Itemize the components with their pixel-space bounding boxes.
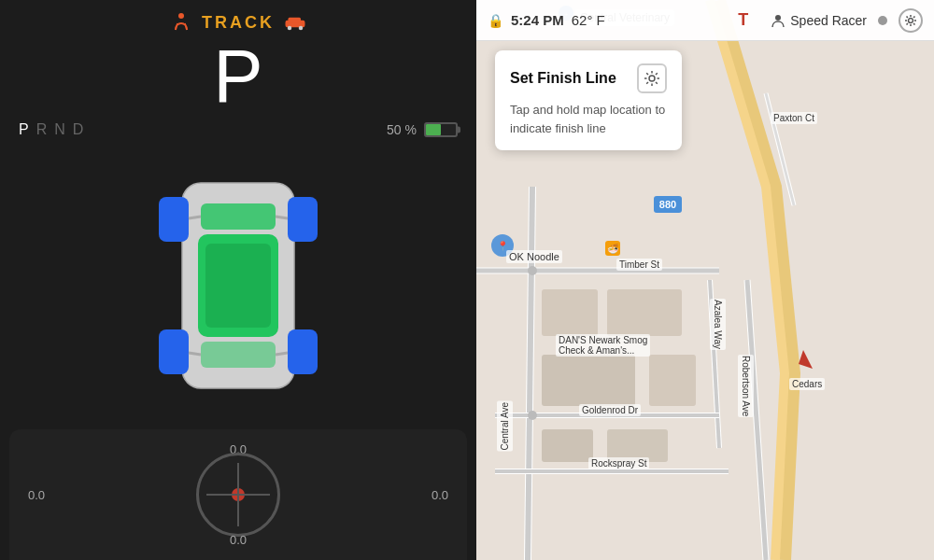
gear-icon: [644, 70, 660, 87]
svg-point-42: [528, 411, 537, 420]
map-label-cedars: Cedars: [789, 378, 825, 390]
finish-line-popup: Set Finish Line Tap and hold map locatio…: [495, 50, 682, 150]
prnd-bar: P R N D 50 %: [0, 118, 476, 142]
popup-gear-button[interactable]: [637, 63, 667, 93]
status-temp: 62° F: [572, 12, 605, 28]
battery-info: 50 %: [387, 122, 458, 137]
svg-point-0: [178, 13, 184, 19]
person-icon: [170, 11, 192, 34]
svg-point-5: [288, 26, 292, 31]
map-label-goldenrod: Goldenrod Dr: [579, 404, 641, 416]
svg-point-53: [909, 18, 913, 22]
car-diagram: [0, 142, 476, 429]
battery-bar: [424, 122, 458, 137]
svg-rect-38: [649, 355, 696, 406]
svg-point-41: [528, 266, 537, 275]
gear-indicator: P: [0, 39, 476, 118]
bottom-gauges: 0.0 0.0 0.0 0.0: [9, 429, 467, 560]
svg-point-6: [299, 26, 304, 31]
battery-fill: [426, 124, 441, 135]
gauge-bottom: 0.0: [230, 533, 247, 547]
map-label-rockspray: Rockspray St: [588, 457, 649, 469]
gauge-left: 0.0: [28, 488, 45, 502]
status-bar: 🔒 5:24 PM 62° F T Speed Racer: [476, 0, 934, 41]
status-user: Speed Racer: [771, 13, 867, 28]
tesla-logo: T: [738, 10, 748, 30]
gear-R[interactable]: R: [36, 121, 48, 138]
svg-text:880: 880: [659, 199, 676, 210]
svg-line-2: [185, 23, 187, 30]
svg-rect-35: [542, 289, 598, 336]
svg-rect-14: [201, 203, 276, 230]
svg-rect-15: [201, 342, 276, 368]
svg-line-18: [189, 353, 201, 355]
popup-header: Set Finish Line: [510, 63, 667, 93]
svg-line-1: [176, 23, 177, 30]
svg-rect-39: [542, 429, 593, 462]
svg-rect-8: [159, 197, 189, 242]
popup-body: Tap and hold map location to indicate fi…: [510, 101, 667, 137]
map-label-smog: DAN'S Newark SmogCheck & Aman's...: [556, 334, 650, 357]
steering-wheel: [196, 453, 280, 537]
svg-point-52: [775, 15, 781, 21]
lock-icon: 🔒: [488, 13, 503, 28]
status-time: 5:24 PM: [511, 12, 564, 28]
svg-point-54: [649, 76, 655, 81]
gauge-right: 0.0: [432, 488, 448, 502]
battery-percent: 50 %: [387, 122, 417, 137]
car-svg: [149, 164, 327, 407]
map-label-central: Central Ave: [497, 401, 513, 452]
svg-line-17: [276, 217, 288, 218]
popup-title: Set Finish Line: [510, 70, 616, 87]
status-dot: [878, 16, 887, 25]
map-label-noodle: OK Noodle: [506, 250, 562, 263]
right-panel: 880 📍 🍜 + Central Veterinary OK Noodle D…: [476, 0, 934, 560]
track-bar: TRACK: [0, 0, 476, 39]
left-panel: TRACK P P R N D 50 %: [0, 0, 476, 560]
svg-rect-9: [288, 197, 318, 242]
map-label-paxton: Paxton Ct: [771, 112, 817, 124]
car-icon: [284, 11, 306, 34]
track-label: TRACK: [202, 13, 275, 33]
svg-rect-4: [289, 18, 302, 23]
gear-D[interactable]: D: [73, 121, 84, 138]
settings-button[interactable]: [899, 8, 923, 33]
svg-rect-11: [288, 329, 318, 374]
svg-text:🍜: 🍜: [607, 243, 619, 255]
svg-line-19: [276, 353, 288, 355]
gear-N[interactable]: N: [54, 121, 65, 138]
user-icon: [771, 13, 785, 28]
user-name: Speed Racer: [790, 13, 867, 28]
map-label-timber: Timber St: [616, 259, 662, 271]
steering-line-v: [237, 463, 239, 525]
map-label-azalea: Azalea Way: [710, 299, 726, 350]
svg-rect-36: [607, 289, 682, 336]
gear-P[interactable]: P: [19, 121, 29, 138]
svg-rect-13: [205, 244, 271, 328]
prnd-gears: P R N D: [19, 121, 83, 138]
svg-rect-10: [159, 329, 189, 374]
settings-icon: [904, 14, 917, 27]
svg-line-16: [189, 217, 201, 218]
map-label-robertson: Robertson Ave: [738, 355, 754, 417]
svg-rect-37: [542, 355, 635, 406]
